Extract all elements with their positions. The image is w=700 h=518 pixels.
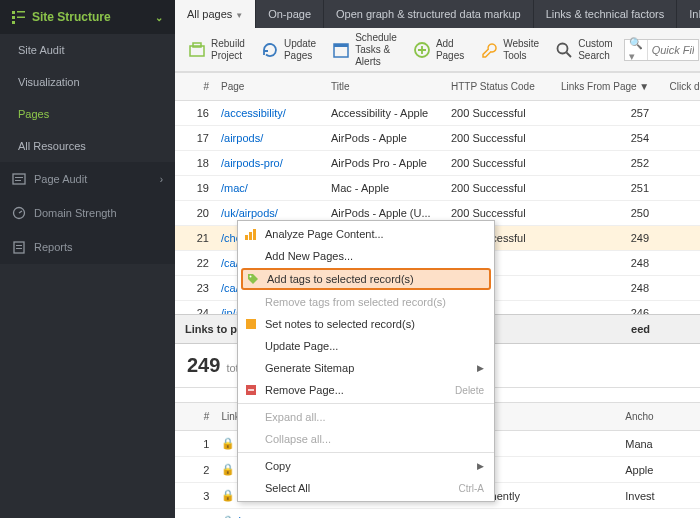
refresh-icon bbox=[261, 41, 279, 59]
svg-rect-15 bbox=[334, 44, 348, 47]
blank-icon bbox=[244, 432, 258, 446]
schedule-tasks-button[interactable]: Schedule Tasks & Alerts bbox=[327, 29, 402, 71]
update-pages-button[interactable]: Update Pages bbox=[256, 35, 321, 65]
blank-icon bbox=[244, 481, 258, 495]
svg-point-17 bbox=[558, 43, 568, 53]
search-small-icon: 🔍▾ bbox=[625, 40, 648, 60]
menu-item-remove-tags-from-selected-record-s: Remove tags from selected record(s) bbox=[238, 291, 494, 313]
svg-rect-9 bbox=[14, 242, 24, 253]
plus-circle-icon bbox=[413, 41, 431, 59]
col-status[interactable]: HTTP Status Code bbox=[445, 73, 555, 101]
menu-item-add-tags-to-selected-record-s[interactable]: Add tags to selected record(s) bbox=[241, 268, 491, 290]
col-title[interactable]: Title bbox=[325, 73, 445, 101]
blank-icon bbox=[244, 410, 258, 424]
table-row[interactable]: 19/mac/Mac - Apple200 Successful2511 bbox=[175, 176, 700, 201]
table-row[interactable]: 4🔒inveSuccessfulother bbox=[175, 509, 700, 518]
menu-item-expand-all: Expand all... bbox=[238, 406, 494, 428]
bars-icon bbox=[244, 227, 258, 241]
col-num[interactable]: # bbox=[175, 73, 215, 101]
svg-rect-3 bbox=[17, 17, 25, 19]
page-link[interactable]: /mac/ bbox=[221, 182, 248, 194]
col-page[interactable]: Page bbox=[215, 73, 325, 101]
group-icon bbox=[12, 172, 26, 186]
table-row[interactable]: 16/accessibility/Accessibility - Apple20… bbox=[175, 101, 700, 126]
menu-item-remove-page[interactable]: Remove Page...Delete bbox=[238, 379, 494, 401]
menu-item-update-page[interactable]: Update Page... bbox=[238, 335, 494, 357]
menu-item-analyze-page-content[interactable]: Analyze Page Content... bbox=[238, 223, 494, 245]
svg-point-21 bbox=[250, 276, 252, 278]
table-row[interactable]: 17/airpods/AirPods - Apple200 Successful… bbox=[175, 126, 700, 151]
menu-separator bbox=[238, 452, 494, 453]
main-tabs: All pages▼On-pageOpen graph & structured… bbox=[175, 0, 700, 28]
chevron-down-icon: ⌄ bbox=[155, 12, 163, 23]
col-depth[interactable]: Click depth bbox=[655, 73, 700, 101]
website-tools-button[interactable]: Website Tools bbox=[475, 35, 544, 65]
col-links[interactable]: Links From Page ▼ bbox=[555, 73, 655, 101]
calendar-icon bbox=[332, 41, 350, 59]
menu-separator bbox=[238, 403, 494, 404]
svg-rect-18 bbox=[245, 235, 248, 240]
page-link[interactable]: /accessibility/ bbox=[221, 107, 286, 119]
add-pages-button[interactable]: Add Pages bbox=[408, 35, 469, 65]
blank-icon bbox=[244, 361, 258, 375]
group-icon bbox=[12, 206, 26, 220]
quick-filter[interactable]: 🔍▾ bbox=[624, 39, 699, 61]
quick-filter-input[interactable] bbox=[648, 41, 698, 59]
tab-on-page[interactable]: On-page bbox=[256, 0, 324, 28]
page-link[interactable]: /airpods/ bbox=[221, 132, 263, 144]
svg-rect-13 bbox=[193, 43, 201, 47]
menu-item-generate-sitemap[interactable]: Generate Sitemap▶ bbox=[238, 357, 494, 379]
page-link[interactable]: /uk/airpods/ bbox=[221, 207, 278, 219]
rebuild-icon bbox=[188, 41, 206, 59]
tab-links-technical-factors[interactable]: Links & technical factors bbox=[534, 0, 678, 28]
sub-col-anchor[interactable]: Ancho bbox=[619, 403, 700, 431]
structure-icon bbox=[12, 10, 26, 24]
sidebar-item-pages[interactable]: Pages bbox=[0, 98, 175, 130]
tab-inlink-rank[interactable]: InLink Rank bbox=[677, 0, 700, 28]
chevron-right-icon: › bbox=[160, 174, 163, 185]
note-icon bbox=[244, 317, 258, 331]
tab-open-graph-structured-data-markup[interactable]: Open graph & structured data markup bbox=[324, 0, 534, 28]
menu-item-copy[interactable]: Copy▶ bbox=[238, 455, 494, 477]
group-icon bbox=[12, 240, 26, 254]
menu-item-set-notes-to-selected-record-s[interactable]: Set notes to selected record(s) bbox=[238, 313, 494, 335]
svg-rect-2 bbox=[12, 16, 15, 19]
context-menu: Analyze Page Content...Add New Pages...A… bbox=[237, 220, 495, 502]
sidebar-header-site-structure[interactable]: Site Structure ⌄ bbox=[0, 0, 175, 34]
page-link[interactable]: /airpods-pro/ bbox=[221, 157, 283, 169]
sidebar-item-all-resources[interactable]: All Resources bbox=[0, 130, 175, 162]
tag-icon bbox=[246, 272, 260, 286]
svg-rect-0 bbox=[12, 11, 15, 14]
sidebar-item-site-audit[interactable]: Site Audit bbox=[0, 34, 175, 66]
blank-icon bbox=[244, 295, 258, 309]
links-count-value: 249 bbox=[187, 354, 220, 377]
svg-rect-4 bbox=[12, 21, 15, 24]
rebuild-project-button[interactable]: Rebuild Project bbox=[183, 35, 250, 65]
lock-icon: 🔒 bbox=[221, 437, 235, 449]
chevron-right-icon: ▶ bbox=[477, 461, 484, 471]
menu-item-add-new-pages[interactable]: Add New Pages... bbox=[238, 245, 494, 267]
menu-item-collapse-all: Collapse all... bbox=[238, 428, 494, 450]
sidebar-group-domain-strength[interactable]: Domain Strength bbox=[0, 196, 175, 230]
svg-rect-11 bbox=[16, 248, 22, 249]
table-row[interactable]: 18/airpods-pro/AirPods Pro - Apple200 Su… bbox=[175, 151, 700, 176]
sidebar-group-reports[interactable]: Reports bbox=[0, 230, 175, 264]
menu-shortcut: Delete bbox=[455, 385, 484, 396]
menu-item-select-all[interactable]: Select AllCtrl-A bbox=[238, 477, 494, 499]
svg-rect-10 bbox=[16, 245, 22, 246]
tab-all-pages[interactable]: All pages▼ bbox=[175, 0, 256, 28]
lock-icon: 🔒 bbox=[221, 463, 235, 475]
sidebar-header-label: Site Structure bbox=[32, 10, 111, 24]
sidebar: Site Structure ⌄ Site AuditVisualization… bbox=[0, 0, 175, 518]
blank-icon bbox=[244, 249, 258, 263]
custom-search-button[interactable]: Custom Search bbox=[550, 35, 617, 65]
svg-rect-19 bbox=[249, 232, 252, 240]
sidebar-item-visualization[interactable]: Visualization bbox=[0, 66, 175, 98]
sidebar-group-page-audit[interactable]: Page Audit› bbox=[0, 162, 175, 196]
blank-icon bbox=[244, 459, 258, 473]
sub-col-num[interactable]: # bbox=[175, 403, 215, 431]
svg-rect-22 bbox=[246, 319, 256, 329]
toolbar: Rebuild Project Update Pages Schedule Ta… bbox=[175, 28, 700, 72]
svg-rect-7 bbox=[15, 180, 21, 181]
svg-rect-20 bbox=[253, 229, 256, 240]
